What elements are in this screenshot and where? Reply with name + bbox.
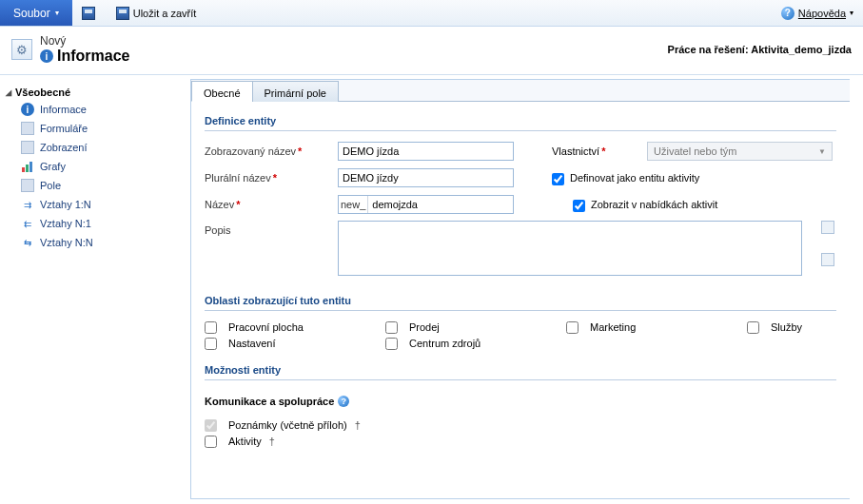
required-mark: *: [234, 199, 240, 210]
svg-rect-1: [26, 165, 29, 172]
notes-checkbox[interactable]: [205, 419, 217, 432]
form-scroll-area[interactable]: Definice entity Zobrazovaný název* Vlast…: [191, 102, 850, 498]
area-services-checkbox[interactable]: [747, 321, 759, 334]
relation-icon: ⇇: [21, 217, 34, 230]
sidebar-item-label: Pole: [40, 180, 61, 191]
save-disk-icon: [82, 7, 95, 20]
row-plural-name: Plurální název* Definovat jako entitu ak…: [205, 167, 836, 188]
show-in-menus-checkbox[interactable]: [573, 200, 585, 212]
page-titles: Nový i Informace: [40, 34, 129, 65]
area-workplace-checkbox[interactable]: [205, 321, 217, 334]
section-areas: Oblasti zobrazující tuto entitu: [205, 289, 836, 311]
file-menu-button[interactable]: Soubor ▾: [0, 0, 72, 26]
locked-mark: †: [353, 419, 361, 431]
sidebar-item-rel-1n[interactable]: ⇉ Vztahy 1:N: [6, 195, 185, 214]
row-display-name: Zobrazovaný název* Vlastnictví* Uživatel…: [205, 141, 836, 162]
sidebar-item-label: Vztahy 1:N: [40, 199, 91, 210]
area-marketing-checkbox[interactable]: [566, 321, 579, 334]
sidebar-group-general: ◢ Všeobecné i Informace Formuláře Zobraz…: [6, 85, 185, 252]
sidebar-item-rel-n1[interactable]: ⇇ Vztahy N:1: [6, 214, 185, 233]
schema-name-prefix: new_: [339, 196, 368, 213]
page-subtitle: Nový: [40, 34, 129, 48]
label-text: Plurální název: [205, 172, 271, 184]
tab-bar: Obecné Primární pole: [191, 80, 850, 102]
ownership-group: Vlastnictví* Uživatel nebo tým ▼: [514, 142, 836, 161]
file-menu-label: Soubor: [13, 7, 50, 20]
area-resource-checkbox[interactable]: [385, 338, 398, 350]
area-sales-label: Prodej: [409, 321, 440, 333]
field-icon: [21, 179, 34, 192]
sidebar-item-label: Zobrazení: [40, 142, 88, 153]
expand-button[interactable]: [821, 221, 834, 234]
row-schema-name: Název* new_ Zobrazit v nabídkách aktivit: [205, 194, 836, 215]
ownership-label: Vlastnictví*: [552, 145, 647, 157]
activities-label: Aktivity: [228, 436, 262, 447]
label-text: Vlastnictví: [552, 145, 599, 157]
sidebar-item-views[interactable]: Zobrazení: [6, 138, 185, 157]
main-area: ◢ Všeobecné i Informace Formuláře Zobraz…: [0, 75, 863, 499]
chevron-down-icon: ▾: [55, 9, 59, 17]
relation-icon: ⇉: [21, 198, 34, 211]
ribbon-bar: Soubor ▾ Uložit a zavřít ? Nápověda ▾: [0, 0, 863, 27]
chevron-down-icon: ▾: [850, 9, 853, 17]
activities-checkbox[interactable]: [205, 436, 217, 448]
schema-name-input-wrap: new_: [338, 195, 514, 214]
content-panel: Obecné Primární pole Definice entity Zob…: [190, 79, 850, 499]
sidebar-item-label: Vztahy N:N: [40, 237, 93, 248]
expand-button[interactable]: [821, 253, 834, 266]
description-side-buttons: [821, 221, 836, 266]
label-text: Zobrazovaný název: [205, 145, 296, 157]
area-settings-label: Nastavení: [228, 338, 276, 349]
define-activity-checkbox[interactable]: [552, 173, 564, 185]
sidebar-item-label: Vztahy N:1: [40, 218, 91, 229]
define-activity-group: Definovat jako entitu aktivity: [514, 172, 836, 184]
help-button[interactable]: ? Nápověda ▾: [781, 0, 863, 26]
plural-name-label: Plurální název*: [205, 172, 338, 184]
chevron-down-icon: ▼: [818, 147, 826, 156]
solution-context-label: Práce na řešení: Aktivita_demo_jizda: [668, 44, 852, 55]
schema-name-input[interactable]: [368, 196, 513, 213]
info-icon: i: [40, 49, 53, 63]
info-icon: i: [21, 103, 34, 116]
tab-primary-field[interactable]: Primární pole: [252, 81, 339, 102]
tab-label: Primární pole: [265, 87, 326, 99]
relation-icon: ⇆: [21, 236, 34, 249]
required-mark: *: [271, 172, 277, 184]
description-textarea[interactable]: [338, 221, 802, 276]
display-name-input[interactable]: [338, 142, 514, 161]
sidebar-group-label: Všeobecné: [15, 87, 70, 98]
collapse-icon: ◢: [6, 88, 11, 97]
sidebar-item-rel-nn[interactable]: ⇆ Vztahy N:N: [6, 233, 185, 252]
required-mark: *: [599, 145, 605, 157]
save-disk-icon: [116, 7, 129, 20]
tab-general[interactable]: Obecné: [191, 81, 253, 102]
tab-label: Obecné: [204, 87, 241, 99]
sidebar-item-label: Informace: [40, 104, 87, 115]
area-workplace-label: Pracovní plocha: [228, 321, 304, 333]
view-icon: [21, 141, 34, 154]
define-activity-label: Definovat jako entitu aktivity: [570, 172, 699, 184]
save-button[interactable]: [82, 7, 95, 20]
sidebar-item-information[interactable]: i Informace: [6, 100, 185, 119]
ownership-select[interactable]: Uživatel nebo tým ▼: [647, 142, 833, 161]
sidebar-item-charts[interactable]: Grafy: [6, 157, 185, 176]
locked-mark: †: [267, 436, 275, 447]
sidebar-item-label: Formuláře: [40, 123, 88, 134]
form-icon: [21, 122, 34, 135]
plural-name-input[interactable]: [338, 168, 514, 187]
svg-rect-2: [29, 162, 32, 172]
save-close-button[interactable]: Uložit a zavřít: [116, 7, 197, 20]
sidebar-group-header[interactable]: ◢ Všeobecné: [6, 85, 185, 100]
area-resource-label: Centrum zdrojů: [409, 338, 481, 349]
ribbon-quick-actions: Uložit a zavřít: [72, 0, 206, 26]
show-in-menus-label: Zobrazit v nabídkách aktivit: [591, 199, 717, 210]
schema-name-label: Název*: [205, 199, 338, 210]
sidebar: ◢ Všeobecné i Informace Formuláře Zobraz…: [0, 75, 190, 499]
help-icon[interactable]: ?: [338, 396, 349, 407]
help-icon: ?: [781, 7, 794, 20]
sidebar-item-forms[interactable]: Formuláře: [6, 119, 185, 138]
page-header: ⚙ Nový i Informace Práce na řešení: Akti…: [0, 27, 863, 75]
sidebar-item-fields[interactable]: Pole: [6, 176, 185, 195]
area-sales-checkbox[interactable]: [385, 321, 398, 334]
area-settings-checkbox[interactable]: [205, 338, 217, 350]
